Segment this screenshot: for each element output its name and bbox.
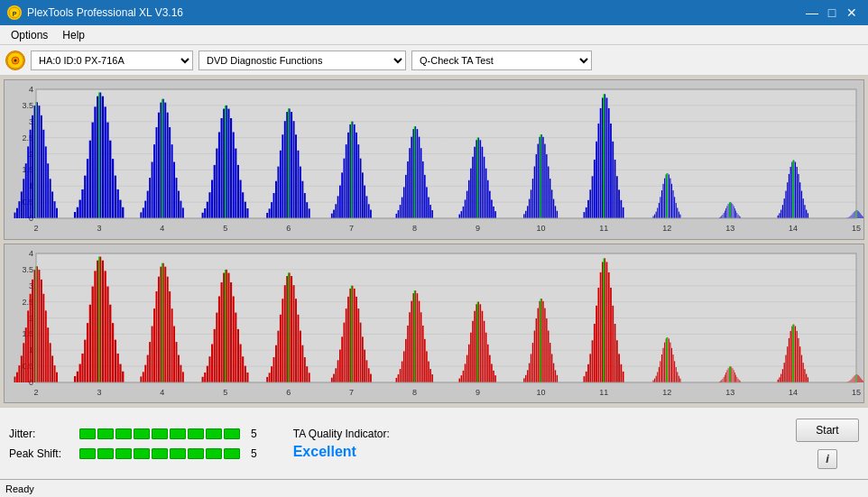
jitter-label: Jitter: [9, 428, 72, 440]
jitter-bar-5 [152, 428, 168, 439]
jitter-bar-4 [134, 428, 150, 439]
main-content: Jitter: 5 Peak Shift: [0, 76, 868, 479]
jitter-bars [79, 428, 240, 439]
charts-area [0, 76, 868, 407]
drive-select[interactable]: HA:0 ID:0 PX-716A [31, 51, 193, 70]
peak-shift-bar-1 [79, 448, 96, 459]
peak-shift-value: 5 [251, 447, 257, 460]
test-select[interactable]: Q-Check TA Test [411, 51, 592, 70]
ta-quality-value: Excellent [293, 444, 356, 460]
peak-shift-bar-9 [224, 448, 240, 459]
start-section: Start i [796, 419, 859, 469]
top-chart [4, 79, 864, 240]
top-chart-canvas [5, 80, 864, 240]
drive-icon [5, 51, 25, 70]
start-button[interactable]: Start [796, 419, 859, 442]
jitter-bar-7 [188, 428, 204, 439]
app-icon: P [7, 5, 22, 20]
ta-quality-label: TA Quality Indicator: [293, 428, 390, 440]
toolbar: HA:0 ID:0 PX-716A DVD Diagnostic Functio… [0, 45, 868, 76]
peak-shift-bars [79, 448, 240, 459]
status-text: Ready [5, 483, 34, 494]
minimize-button[interactable]: — [803, 4, 821, 22]
peak-shift-bar-6 [170, 448, 186, 459]
menu-options[interactable]: Options [4, 27, 55, 43]
window-controls: — □ ✕ [803, 4, 861, 22]
jitter-row: Jitter: 5 [9, 428, 257, 440]
svg-point-4 [14, 59, 17, 61]
ta-quality-section: TA Quality Indicator: Excellent [293, 428, 390, 460]
info-button[interactable]: i [817, 449, 837, 469]
menu-help[interactable]: Help [55, 27, 92, 43]
app-title: PlexTools Professional XL V3.16 [27, 6, 183, 19]
bottom-chart [4, 244, 864, 404]
peak-shift-row: Peak Shift: 5 [9, 447, 257, 460]
bottom-chart-canvas [5, 244, 864, 404]
jitter-bar-8 [206, 428, 222, 439]
peak-shift-bar-7 [188, 448, 204, 459]
jitter-bar-2 [97, 428, 114, 439]
peak-shift-bar-4 [134, 448, 150, 459]
peak-shift-bar-5 [152, 448, 168, 459]
svg-text:P: P [13, 11, 17, 17]
peak-shift-label: Peak Shift: [9, 447, 72, 460]
close-button[interactable]: ✕ [843, 4, 861, 22]
jitter-bar-9 [224, 428, 240, 439]
maximize-button[interactable]: □ [823, 4, 841, 22]
peak-shift-bar-3 [115, 448, 132, 459]
function-select[interactable]: DVD Diagnostic Functions [199, 51, 406, 70]
title-bar: P PlexTools Professional XL V3.16 — □ ✕ [0, 0, 868, 25]
jitter-bar-3 [115, 428, 132, 439]
menu-bar: Options Help [0, 25, 868, 45]
metrics-section: Jitter: 5 Peak Shift: [9, 428, 257, 460]
jitter-bar-6 [170, 428, 186, 439]
jitter-bar-1 [79, 428, 96, 439]
bottom-panel: Jitter: 5 Peak Shift: [0, 407, 868, 479]
jitter-value: 5 [251, 428, 257, 440]
peak-shift-bar-8 [206, 448, 222, 459]
status-bar: Ready [0, 479, 868, 497]
peak-shift-bar-2 [97, 448, 114, 459]
